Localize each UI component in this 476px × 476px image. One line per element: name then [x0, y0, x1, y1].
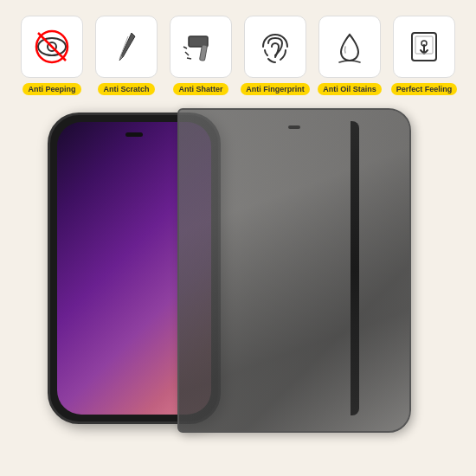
- anti-scratch-icon-box: [95, 16, 158, 78]
- phone-right-edge: [351, 121, 359, 415]
- screen-protector: [177, 108, 411, 433]
- protector-surface: [179, 110, 409, 431]
- anti-peeping-label: Anti Peeping: [23, 83, 80, 95]
- perfect-feeling-icon-box: [393, 16, 455, 78]
- anti-oil-stains-icon-box: [318, 16, 381, 78]
- eye-slash-icon: [33, 28, 71, 66]
- svg-line-8: [183, 47, 187, 48]
- phone-wrapper: [30, 113, 446, 433]
- anti-shatter-icon-box: [170, 16, 232, 78]
- feature-anti-fingerprint: Anti Fingerprint: [241, 16, 310, 95]
- feature-anti-oil-stains: Anti Oil Stains: [315, 16, 384, 95]
- anti-fingerprint-icon-box: [244, 16, 306, 78]
- feature-anti-peeping: Anti Peeping: [17, 16, 87, 95]
- hammer-icon: [182, 28, 220, 66]
- feature-anti-scratch: Anti Scratch: [92, 16, 161, 95]
- features-row: Anti Peeping Anti Scratch: [0, 0, 476, 104]
- feature-anti-shatter: Anti Shatter: [166, 16, 235, 95]
- touch-icon: [405, 28, 443, 66]
- fingerprint-icon: [256, 28, 294, 66]
- anti-peeping-icon-box: [21, 16, 83, 78]
- svg-line-3: [38, 33, 66, 61]
- water-drop-icon: [331, 28, 369, 66]
- anti-shatter-label: Anti Shatter: [173, 83, 228, 95]
- svg-line-9: [187, 58, 191, 59]
- anti-oil-stains-label: Anti Oil Stains: [318, 83, 382, 95]
- perfect-feeling-label: Perfect Feeling: [391, 83, 458, 95]
- phone-notch: [125, 132, 143, 137]
- phone-display: [0, 104, 476, 433]
- knife-icon: [107, 28, 145, 66]
- anti-fingerprint-label: Anti Fingerprint: [241, 83, 310, 95]
- feature-perfect-feeling: Perfect Feeling: [389, 16, 459, 95]
- protector-notch: [288, 125, 300, 129]
- anti-scratch-label: Anti Scratch: [98, 83, 154, 95]
- svg-line-7: [185, 52, 189, 55]
